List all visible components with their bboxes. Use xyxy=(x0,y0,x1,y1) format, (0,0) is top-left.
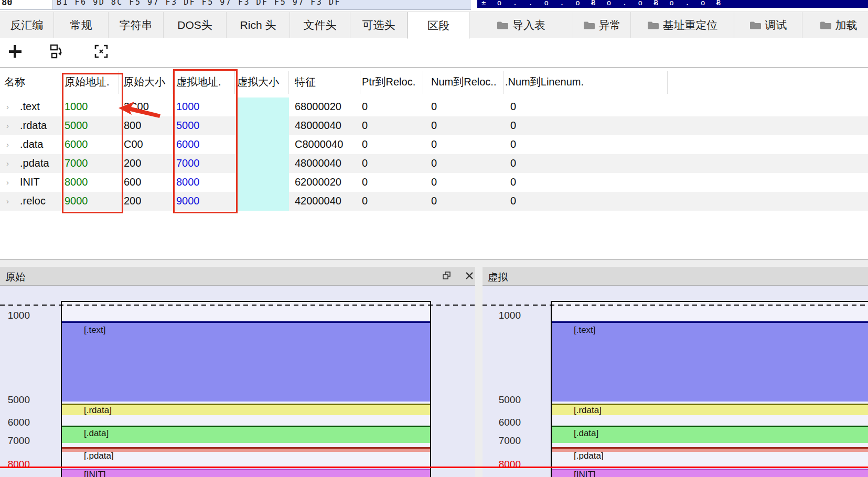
cell-.text-raw_size[interactable]: 3C00 xyxy=(124,101,149,113)
raw-section-band-[.rdata][interactable] xyxy=(62,405,430,415)
column-header-3[interactable]: 虚拟地址. xyxy=(176,75,221,89)
cell-.rdata-raw_addr[interactable]: 5000 xyxy=(65,120,88,132)
raw-panel-titlebar[interactable]: 原始 xyxy=(0,267,475,286)
table-row-.pdata[interactable]: ›.pdata700020070001D448000040000 xyxy=(0,154,868,173)
tab-Rich 头[interactable]: Rich 头 xyxy=(227,12,290,38)
raw-section-band-[.pdata][interactable] xyxy=(62,449,430,452)
hex-ansi-selected-row[interactable]: ± o . . o . o Ƀ o . o Ƀ o . o Ƀ xyxy=(477,0,868,8)
cell-.pdata-ptr_to_reloc[interactable]: 0 xyxy=(362,157,368,169)
cell-.data-virt_addr[interactable]: 6000 xyxy=(176,138,200,150)
virtual-section-band-[.text][interactable] xyxy=(552,323,868,402)
cell-.text-raw_addr[interactable]: 1000 xyxy=(65,101,88,113)
cell-.data-ptr_to_reloc[interactable]: 0 xyxy=(362,138,368,150)
row-expander-icon[interactable]: › xyxy=(6,159,9,168)
column-header-2[interactable]: 原始大小 xyxy=(123,75,165,89)
row-expander-icon[interactable]: › xyxy=(6,140,9,149)
raw-section-band-[.data][interactable] xyxy=(62,427,430,443)
compare-sections-button[interactable] xyxy=(50,44,65,59)
tab-基址重定位[interactable]: 基址重定位 xyxy=(631,12,734,38)
tab-加载[interactable]: 加载 xyxy=(802,12,868,38)
cell-.data-raw_size[interactable]: C00 xyxy=(124,138,143,150)
cell-.pdata-name[interactable]: .pdata xyxy=(20,157,49,169)
tab-反汇编[interactable]: 反汇编 xyxy=(0,12,54,38)
cell-.text-characteristics[interactable]: 68000020 xyxy=(295,101,341,113)
tab-可选头[interactable]: 可选头 xyxy=(350,12,408,38)
cell-.reloc-raw_addr[interactable]: 9000 xyxy=(65,195,88,207)
hex-bytes-row[interactable]: B1 F6 9D 8C F5 97 F3 DF F5 97 F3 DF F5 9… xyxy=(52,0,471,10)
cell-.pdata-raw_size[interactable]: 200 xyxy=(124,157,141,169)
cell-.reloc-raw_size[interactable]: 200 xyxy=(124,195,141,207)
cell-.text-name[interactable]: .text xyxy=(20,101,40,113)
cell-.data-characteristics[interactable]: C8000040 xyxy=(295,138,343,150)
tab-区段[interactable]: 区段 xyxy=(408,12,469,39)
cell-.rdata-name[interactable]: .rdata xyxy=(20,120,47,132)
raw-section-band-[INIT][interactable] xyxy=(62,470,430,477)
cell-INIT-num_to_linenum[interactable]: 0 xyxy=(510,176,516,188)
cell-INIT-ptr_to_reloc[interactable]: 0 xyxy=(362,176,368,188)
cell-.pdata-num_to_linenum[interactable]: 0 xyxy=(510,157,516,169)
cell-.pdata-num_to_reloc[interactable]: 0 xyxy=(431,157,437,169)
cell-INIT-num_to_reloc[interactable]: 0 xyxy=(431,176,437,188)
tab-调试[interactable]: 调试 xyxy=(734,12,802,38)
cell-INIT-name[interactable]: INIT xyxy=(20,176,40,188)
table-row-.reloc[interactable]: ›.reloc900020090001442000040000 xyxy=(0,192,868,211)
cell-.data-raw_addr[interactable]: 6000 xyxy=(65,138,88,150)
column-header-8[interactable]: .Num到Linenum. xyxy=(505,75,584,89)
column-header-6[interactable]: Ptr到Reloc. xyxy=(362,75,415,89)
row-expander-icon[interactable]: › xyxy=(6,197,9,205)
column-header-1[interactable]: 原始地址. xyxy=(65,75,110,89)
tab-DOS头[interactable]: DOS头 xyxy=(164,12,227,38)
cell-INIT-virt_addr[interactable]: 8000 xyxy=(176,176,200,188)
virtual-section-band-[INIT][interactable] xyxy=(552,470,868,477)
fit-view-button[interactable] xyxy=(94,44,109,59)
cell-.text-virt_addr[interactable]: 1000 xyxy=(176,101,200,113)
cell-.rdata-ptr_to_reloc[interactable]: 0 xyxy=(362,120,368,132)
tab-文件头[interactable]: 文件头 xyxy=(290,12,350,38)
cell-.reloc-characteristics[interactable]: 42000040 xyxy=(295,195,341,207)
panel-splitter[interactable] xyxy=(475,259,483,477)
tab-字符串[interactable]: 字符串 xyxy=(109,12,164,38)
tab-常规[interactable]: 常规 xyxy=(54,12,109,38)
cell-.text-num_to_linenum[interactable]: 0 xyxy=(510,101,516,113)
column-header-0[interactable]: 名称 xyxy=(4,75,25,89)
cell-.rdata-virt_addr[interactable]: 5000 xyxy=(176,120,200,132)
cell-.rdata-raw_size[interactable]: 800 xyxy=(124,120,141,132)
tab-异常[interactable]: 异常 xyxy=(573,12,631,38)
cell-INIT-characteristics[interactable]: 62000020 xyxy=(295,176,341,188)
cell-.reloc-num_to_reloc[interactable]: 0 xyxy=(431,195,437,207)
table-row-.text[interactable]: ›.text10003C0010003B8568000020000 xyxy=(0,97,868,116)
close-panel-icon[interactable] xyxy=(465,271,474,280)
table-row-.data[interactable]: ›.data6000C006000BB8C8000040000 xyxy=(0,135,868,154)
cell-.reloc-virt_addr[interactable]: 9000 xyxy=(176,195,200,207)
row-expander-icon[interactable]: › xyxy=(6,121,9,130)
cell-.text-ptr_to_reloc[interactable]: 0 xyxy=(362,101,368,113)
cell-.data-num_to_linenum[interactable]: 0 xyxy=(510,138,516,150)
table-row-.rdata[interactable]: ›.rdata500080050006B048000040000 xyxy=(0,116,868,135)
float-panel-icon[interactable] xyxy=(442,271,452,280)
cell-INIT-raw_addr[interactable]: 8000 xyxy=(65,176,88,188)
column-header-4[interactable]: 虚拟大小 xyxy=(237,75,279,89)
raw-section-band-[.text][interactable] xyxy=(62,323,430,402)
tab-导入表[interactable]: 导入表 xyxy=(469,12,573,38)
add-section-button[interactable] xyxy=(8,44,23,59)
cell-INIT-raw_size[interactable]: 600 xyxy=(124,176,141,188)
cell-.reloc-ptr_to_reloc[interactable]: 0 xyxy=(362,195,368,207)
row-expander-icon[interactable]: › xyxy=(6,102,9,111)
cell-.data-num_to_reloc[interactable]: 0 xyxy=(431,138,437,150)
cell-.rdata-num_to_reloc[interactable]: 0 xyxy=(431,120,437,132)
row-expander-icon[interactable]: › xyxy=(6,178,9,187)
column-header-7[interactable]: Num到Reloc.. xyxy=(431,75,496,89)
table-row-INIT[interactable]: ›INIT8000600800053462000020000 xyxy=(0,173,868,192)
cell-.pdata-virt_addr[interactable]: 7000 xyxy=(176,157,200,169)
virtual-panel-titlebar[interactable]: 虚拟 xyxy=(483,267,868,286)
cell-.text-num_to_reloc[interactable]: 0 xyxy=(431,101,437,113)
cell-.reloc-num_to_linenum[interactable]: 0 xyxy=(510,195,516,207)
cell-.rdata-characteristics[interactable]: 48000040 xyxy=(295,120,341,132)
cell-.pdata-raw_addr[interactable]: 7000 xyxy=(65,157,88,169)
virtual-section-band-[.data][interactable] xyxy=(552,427,868,443)
cell-.reloc-name[interactable]: .reloc xyxy=(20,195,46,207)
cell-.rdata-num_to_linenum[interactable]: 0 xyxy=(510,120,516,132)
cell-.pdata-characteristics[interactable]: 48000040 xyxy=(295,157,341,169)
column-header-5[interactable]: 特征 xyxy=(295,75,316,89)
cell-.data-name[interactable]: .data xyxy=(20,138,43,150)
